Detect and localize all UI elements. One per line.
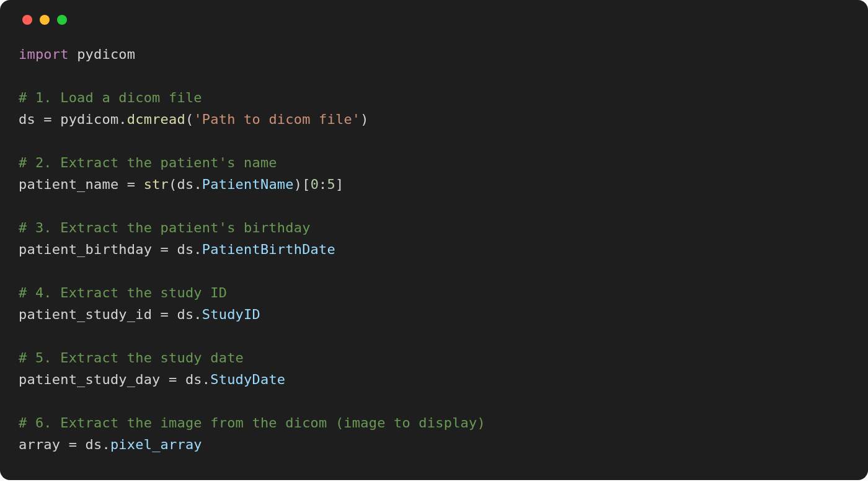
code-line: patient_birthday = ds.PatientBirthDate (19, 242, 335, 257)
attribute: StudyID (202, 307, 260, 322)
minimize-icon[interactable] (40, 15, 50, 25)
code-line: patient_name = str(ds.PatientName)[0:5] (19, 177, 343, 192)
code-line: # 2. Extract the patient's name (19, 155, 277, 170)
string-literal: 'Path to dicom file' (193, 112, 360, 127)
code-window: import pydicom # 1. Load a dicom file ds… (0, 0, 868, 480)
variable: patient_study_day (19, 372, 161, 387)
code-line: patient_study_day = ds.StudyDate (19, 372, 285, 387)
variable: patient_birthday (19, 242, 152, 257)
attribute: pixel_array (110, 437, 202, 452)
builtin-str: str (144, 177, 169, 192)
number: 5 (327, 177, 335, 192)
object: pydicom (60, 112, 118, 127)
code-line: ds = pydicom.dcmread('Path to dicom file… (19, 112, 369, 127)
number: 0 (311, 177, 319, 192)
comment: # 1. Load a dicom file (19, 90, 202, 105)
attribute: PatientName (202, 177, 294, 192)
variable: array (19, 437, 60, 452)
variable: patient_study_id (19, 307, 152, 322)
variable: ds (19, 112, 35, 127)
code-line: # 3. Extract the patient's birthday (19, 220, 311, 235)
attribute: PatientBirthDate (202, 242, 335, 257)
code-line: import pydicom (19, 46, 135, 62)
code-line: # 4. Extract the study ID (19, 285, 227, 300)
comment: # 6. Extract the image from the dicom (i… (19, 415, 485, 431)
comment: # 5. Extract the study date (19, 350, 244, 365)
code-block[interactable]: import pydicom # 1. Load a dicom file ds… (19, 43, 849, 455)
function-call: dcmread (127, 112, 185, 127)
comment: # 3. Extract the patient's birthday (19, 220, 311, 235)
module-name: pydicom (77, 46, 135, 62)
comment: # 2. Extract the patient's name (19, 155, 277, 170)
zoom-icon[interactable] (57, 15, 67, 25)
code-line: # 1. Load a dicom file (19, 90, 202, 105)
code-line: # 5. Extract the study date (19, 350, 244, 365)
attribute: StudyDate (210, 372, 285, 387)
variable: patient_name (19, 177, 118, 192)
code-line: array = ds.pixel_array (19, 437, 202, 452)
keyword-import: import (19, 46, 69, 62)
comment: # 4. Extract the study ID (19, 285, 227, 300)
window-titlebar (19, 12, 849, 43)
code-line: patient_study_id = ds.StudyID (19, 307, 260, 322)
close-icon[interactable] (22, 15, 32, 25)
code-line: # 6. Extract the image from the dicom (i… (19, 415, 485, 431)
